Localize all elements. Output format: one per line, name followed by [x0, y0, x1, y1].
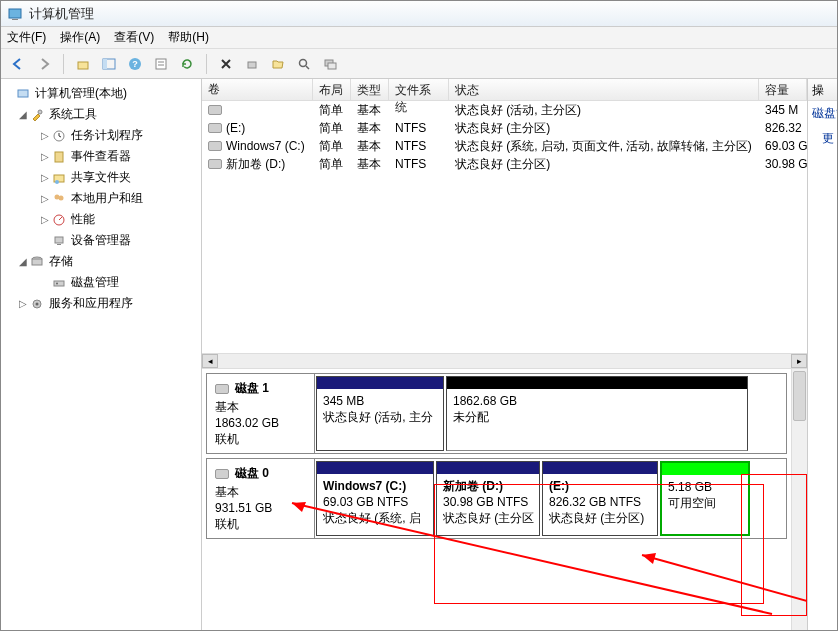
menu-help[interactable]: 帮助(H)	[168, 29, 209, 46]
volume-layout: 简单	[313, 102, 351, 119]
disk-type: 基本	[215, 399, 306, 415]
partition[interactable]: Windows7 (C:)69.03 GB NTFS状态良好 (系统, 启	[316, 461, 434, 536]
navigation-tree[interactable]: 计算机管理(本地) ◢ 系统工具 ▷ 任务计划程序 ▷ 事件查看器 ▷ 共享文件…	[1, 79, 202, 630]
scroll-right-button[interactable]: ▸	[791, 354, 807, 368]
refresh-button[interactable]	[176, 53, 198, 75]
titlebar[interactable]: 计算机管理	[1, 1, 837, 27]
tree-label: 性能	[71, 211, 95, 228]
partition[interactable]: 345 MB状态良好 (活动, 主分	[316, 376, 444, 451]
svg-rect-28	[54, 281, 64, 286]
disk-info: 磁盘 1基本1863.02 GB联机	[207, 374, 315, 453]
expand-icon[interactable]: ▷	[39, 130, 51, 141]
menu-file[interactable]: 文件(F)	[7, 29, 46, 46]
tree-label: 本地用户和组	[71, 190, 143, 207]
find-button[interactable]	[293, 53, 315, 75]
disk-graphical-pane[interactable]: 磁盘 1基本1863.02 GB联机345 MB状态良好 (活动, 主分1862…	[202, 369, 807, 630]
volume-type: 基本	[351, 102, 389, 119]
tree-label: 存储	[49, 253, 73, 270]
partition-status: 状态良好 (主分区)	[549, 510, 651, 526]
disk-label: 磁盘 0	[235, 465, 269, 482]
partition-size: 69.03 GB NTFS	[323, 494, 427, 510]
volume-list-header[interactable]: 卷 布局 类型 文件系统 状态 容量	[202, 79, 807, 101]
scroll-thumb[interactable]	[793, 371, 806, 421]
expand-icon[interactable]: ▷	[39, 214, 51, 225]
annotation-arrow	[632, 531, 807, 630]
tree-root[interactable]: 计算机管理(本地)	[3, 83, 199, 104]
scroll-track[interactable]	[218, 354, 791, 368]
tree-shared-folders[interactable]: ▷ 共享文件夹	[3, 167, 199, 188]
partition-size: 826.32 GB NTFS	[549, 494, 651, 510]
volume-status: 状态良好 (活动, 主分区)	[449, 102, 759, 119]
tree-device-manager[interactable]: 设备管理器	[3, 230, 199, 251]
expand-icon[interactable]: ▷	[39, 172, 51, 183]
partition-bar	[437, 462, 539, 474]
volume-row[interactable]: Windows7 (C:)简单基本NTFS状态良好 (系统, 启动, 页面文件,…	[202, 137, 807, 155]
column-status[interactable]: 状态	[449, 79, 759, 100]
forward-button[interactable]	[33, 53, 55, 75]
disk-status: 联机	[215, 431, 306, 447]
scroll-left-button[interactable]: ◂	[202, 354, 218, 368]
svg-point-11	[300, 59, 307, 66]
volume-fs: NTFS	[389, 121, 449, 135]
expand-icon[interactable]: ▷	[17, 298, 29, 309]
volume-row[interactable]: (E:)简单基本NTFS状态良好 (主分区)826.32	[202, 119, 807, 137]
content-area: 计算机管理(本地) ◢ 系统工具 ▷ 任务计划程序 ▷ 事件查看器 ▷ 共享文件…	[1, 79, 837, 630]
storage-icon	[29, 254, 45, 270]
disk-row[interactable]: 磁盘 1基本1863.02 GB联机345 MB状态良好 (活动, 主分1862…	[206, 373, 787, 454]
tree-disk-management[interactable]: 磁盘管理	[3, 272, 199, 293]
horizontal-scrollbar[interactable]: ◂ ▸	[202, 353, 807, 369]
svg-rect-24	[55, 237, 63, 243]
volume-capacity: 826.32	[759, 121, 807, 135]
expand-icon[interactable]: ▷	[39, 193, 51, 204]
vertical-scrollbar[interactable]	[791, 369, 807, 630]
volume-icon	[208, 123, 222, 133]
help-button[interactable]: ?	[124, 53, 146, 75]
svg-point-31	[36, 302, 39, 305]
column-layout[interactable]: 布局	[313, 79, 351, 100]
settings-button[interactable]	[319, 53, 341, 75]
partition[interactable]: 新加卷 (D:)30.98 GB NTFS状态良好 (主分区	[436, 461, 540, 536]
disk-row[interactable]: 磁盘 0基本931.51 GB联机Windows7 (C:)69.03 GB N…	[206, 458, 787, 539]
tree-task-scheduler[interactable]: ▷ 任务计划程序	[3, 125, 199, 146]
toolbar: ?	[1, 49, 837, 79]
column-type[interactable]: 类型	[351, 79, 389, 100]
users-icon	[51, 191, 67, 207]
tree-label: 事件查看器	[71, 148, 131, 165]
tree-local-users[interactable]: ▷ 本地用户和组	[3, 188, 199, 209]
delete-button[interactable]	[215, 53, 237, 75]
volume-layout: 简单	[313, 138, 351, 155]
column-filesystem[interactable]: 文件系统	[389, 79, 449, 100]
partition[interactable]: 1862.68 GB未分配	[446, 376, 748, 451]
show-hide-tree-button[interactable]	[98, 53, 120, 75]
menu-view[interactable]: 查看(V)	[114, 29, 154, 46]
column-capacity[interactable]: 容量	[759, 79, 807, 100]
expand-icon[interactable]: ◢	[17, 109, 29, 120]
tree-event-viewer[interactable]: ▷ 事件查看器	[3, 146, 199, 167]
action-button[interactable]	[241, 53, 263, 75]
volume-list-body[interactable]: 简单基本状态良好 (活动, 主分区)345 M(E:)简单基本NTFS状态良好 …	[202, 101, 807, 353]
volume-row[interactable]: 简单基本状态良好 (活动, 主分区)345 M	[202, 101, 807, 119]
expand-icon[interactable]: ◢	[17, 256, 29, 267]
properties-button[interactable]	[150, 53, 172, 75]
svg-rect-7	[156, 59, 166, 69]
actions-item[interactable]: 磁盘管	[808, 101, 837, 126]
volume-type: 基本	[351, 138, 389, 155]
partition[interactable]: 5.18 GB可用空间	[660, 461, 750, 536]
svg-text:?: ?	[132, 59, 138, 69]
expand-icon[interactable]: ▷	[39, 151, 51, 162]
menu-action[interactable]: 操作(A)	[60, 29, 100, 46]
back-button[interactable]	[7, 53, 29, 75]
tree-storage[interactable]: ◢ 存储	[3, 251, 199, 272]
tree-services-apps[interactable]: ▷ 服务和应用程序	[3, 293, 199, 314]
tree-system-tools[interactable]: ◢ 系统工具	[3, 104, 199, 125]
tree-performance[interactable]: ▷ 性能	[3, 209, 199, 230]
svg-rect-0	[9, 9, 21, 18]
up-button[interactable]	[72, 53, 94, 75]
column-volume[interactable]: 卷	[202, 79, 313, 100]
svg-point-20	[55, 180, 59, 184]
partition[interactable]: (E:)826.32 GB NTFS状态良好 (主分区)	[542, 461, 658, 536]
partition-status: 可用空间	[668, 495, 742, 511]
actions-item[interactable]: 更	[808, 126, 837, 151]
volume-row[interactable]: 新加卷 (D:)简单基本NTFS状态良好 (主分区)30.98 G	[202, 155, 807, 173]
open-button[interactable]	[267, 53, 289, 75]
